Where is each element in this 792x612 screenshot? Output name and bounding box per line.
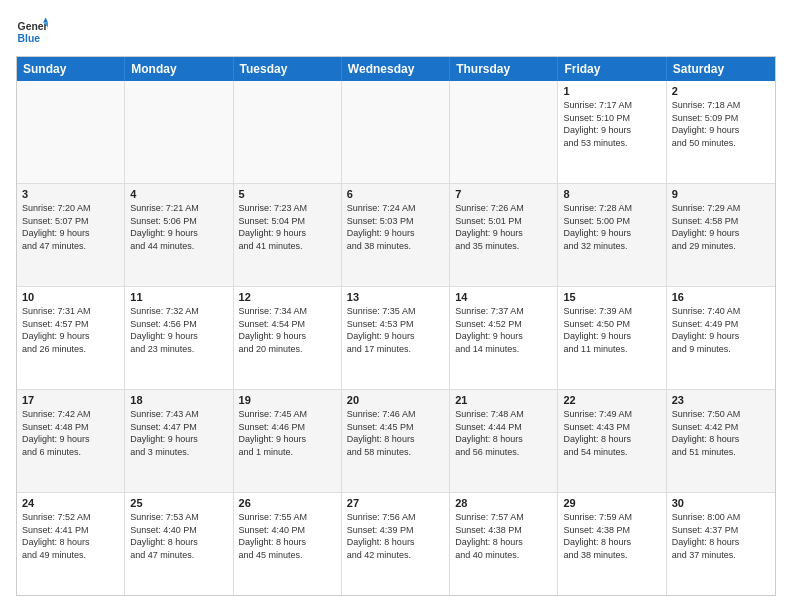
day-info: Sunrise: 7:45 AM Sunset: 4:46 PM Dayligh… — [239, 408, 336, 458]
day-info: Sunrise: 7:48 AM Sunset: 4:44 PM Dayligh… — [455, 408, 552, 458]
day-number: 5 — [239, 188, 336, 200]
day-number: 16 — [672, 291, 770, 303]
day-info: Sunrise: 7:43 AM Sunset: 4:47 PM Dayligh… — [130, 408, 227, 458]
day-info: Sunrise: 7:35 AM Sunset: 4:53 PM Dayligh… — [347, 305, 444, 355]
day-info: Sunrise: 7:24 AM Sunset: 5:03 PM Dayligh… — [347, 202, 444, 252]
header: General Blue — [16, 16, 776, 48]
day-cell-14: 14Sunrise: 7:37 AM Sunset: 4:52 PM Dayli… — [450, 287, 558, 389]
day-info: Sunrise: 7:49 AM Sunset: 4:43 PM Dayligh… — [563, 408, 660, 458]
day-number: 25 — [130, 497, 227, 509]
header-day-saturday: Saturday — [667, 57, 775, 81]
logo: General Blue — [16, 16, 48, 48]
header-day-tuesday: Tuesday — [234, 57, 342, 81]
day-cell-17: 17Sunrise: 7:42 AM Sunset: 4:48 PM Dayli… — [17, 390, 125, 492]
day-number: 19 — [239, 394, 336, 406]
day-cell-27: 27Sunrise: 7:56 AM Sunset: 4:39 PM Dayli… — [342, 493, 450, 595]
logo-icon: General Blue — [16, 16, 48, 48]
day-cell-20: 20Sunrise: 7:46 AM Sunset: 4:45 PM Dayli… — [342, 390, 450, 492]
day-number: 29 — [563, 497, 660, 509]
day-cell-5: 5Sunrise: 7:23 AM Sunset: 5:04 PM Daylig… — [234, 184, 342, 286]
calendar-row-0: 1Sunrise: 7:17 AM Sunset: 5:10 PM Daylig… — [17, 81, 775, 183]
day-number: 15 — [563, 291, 660, 303]
day-info: Sunrise: 7:26 AM Sunset: 5:01 PM Dayligh… — [455, 202, 552, 252]
header-day-sunday: Sunday — [17, 57, 125, 81]
day-number: 27 — [347, 497, 444, 509]
day-number: 4 — [130, 188, 227, 200]
day-number: 17 — [22, 394, 119, 406]
day-info: Sunrise: 7:21 AM Sunset: 5:06 PM Dayligh… — [130, 202, 227, 252]
svg-text:Blue: Blue — [18, 33, 41, 44]
day-cell-4: 4Sunrise: 7:21 AM Sunset: 5:06 PM Daylig… — [125, 184, 233, 286]
day-cell-25: 25Sunrise: 7:53 AM Sunset: 4:40 PM Dayli… — [125, 493, 233, 595]
day-cell-18: 18Sunrise: 7:43 AM Sunset: 4:47 PM Dayli… — [125, 390, 233, 492]
day-info: Sunrise: 7:39 AM Sunset: 4:50 PM Dayligh… — [563, 305, 660, 355]
day-cell-11: 11Sunrise: 7:32 AM Sunset: 4:56 PM Dayli… — [125, 287, 233, 389]
empty-cell — [125, 81, 233, 183]
day-info: Sunrise: 7:28 AM Sunset: 5:00 PM Dayligh… — [563, 202, 660, 252]
calendar-row-4: 24Sunrise: 7:52 AM Sunset: 4:41 PM Dayli… — [17, 492, 775, 595]
day-number: 3 — [22, 188, 119, 200]
day-number: 7 — [455, 188, 552, 200]
day-cell-7: 7Sunrise: 7:26 AM Sunset: 5:01 PM Daylig… — [450, 184, 558, 286]
day-info: Sunrise: 7:37 AM Sunset: 4:52 PM Dayligh… — [455, 305, 552, 355]
header-day-monday: Monday — [125, 57, 233, 81]
day-cell-3: 3Sunrise: 7:20 AM Sunset: 5:07 PM Daylig… — [17, 184, 125, 286]
calendar-row-2: 10Sunrise: 7:31 AM Sunset: 4:57 PM Dayli… — [17, 286, 775, 389]
day-number: 8 — [563, 188, 660, 200]
day-info: Sunrise: 7:18 AM Sunset: 5:09 PM Dayligh… — [672, 99, 770, 149]
day-cell-15: 15Sunrise: 7:39 AM Sunset: 4:50 PM Dayli… — [558, 287, 666, 389]
day-number: 18 — [130, 394, 227, 406]
calendar-header: SundayMondayTuesdayWednesdayThursdayFrid… — [17, 57, 775, 81]
day-info: Sunrise: 7:52 AM Sunset: 4:41 PM Dayligh… — [22, 511, 119, 561]
day-info: Sunrise: 7:29 AM Sunset: 4:58 PM Dayligh… — [672, 202, 770, 252]
day-info: Sunrise: 7:50 AM Sunset: 4:42 PM Dayligh… — [672, 408, 770, 458]
day-number: 22 — [563, 394, 660, 406]
day-cell-21: 21Sunrise: 7:48 AM Sunset: 4:44 PM Dayli… — [450, 390, 558, 492]
header-day-thursday: Thursday — [450, 57, 558, 81]
day-number: 28 — [455, 497, 552, 509]
day-number: 13 — [347, 291, 444, 303]
day-number: 21 — [455, 394, 552, 406]
day-cell-19: 19Sunrise: 7:45 AM Sunset: 4:46 PM Dayli… — [234, 390, 342, 492]
day-number: 23 — [672, 394, 770, 406]
day-cell-26: 26Sunrise: 7:55 AM Sunset: 4:40 PM Dayli… — [234, 493, 342, 595]
day-info: Sunrise: 7:23 AM Sunset: 5:04 PM Dayligh… — [239, 202, 336, 252]
day-info: Sunrise: 7:46 AM Sunset: 4:45 PM Dayligh… — [347, 408, 444, 458]
header-day-wednesday: Wednesday — [342, 57, 450, 81]
day-cell-13: 13Sunrise: 7:35 AM Sunset: 4:53 PM Dayli… — [342, 287, 450, 389]
day-number: 9 — [672, 188, 770, 200]
day-number: 26 — [239, 497, 336, 509]
empty-cell — [234, 81, 342, 183]
day-number: 6 — [347, 188, 444, 200]
calendar: SundayMondayTuesdayWednesdayThursdayFrid… — [16, 56, 776, 596]
day-info: Sunrise: 7:32 AM Sunset: 4:56 PM Dayligh… — [130, 305, 227, 355]
empty-cell — [17, 81, 125, 183]
day-cell-9: 9Sunrise: 7:29 AM Sunset: 4:58 PM Daylig… — [667, 184, 775, 286]
day-cell-1: 1Sunrise: 7:17 AM Sunset: 5:10 PM Daylig… — [558, 81, 666, 183]
day-info: Sunrise: 7:59 AM Sunset: 4:38 PM Dayligh… — [563, 511, 660, 561]
day-number: 10 — [22, 291, 119, 303]
day-cell-28: 28Sunrise: 7:57 AM Sunset: 4:38 PM Dayli… — [450, 493, 558, 595]
day-cell-30: 30Sunrise: 8:00 AM Sunset: 4:37 PM Dayli… — [667, 493, 775, 595]
day-number: 14 — [455, 291, 552, 303]
day-cell-24: 24Sunrise: 7:52 AM Sunset: 4:41 PM Dayli… — [17, 493, 125, 595]
day-number: 24 — [22, 497, 119, 509]
day-info: Sunrise: 7:55 AM Sunset: 4:40 PM Dayligh… — [239, 511, 336, 561]
day-cell-22: 22Sunrise: 7:49 AM Sunset: 4:43 PM Dayli… — [558, 390, 666, 492]
day-cell-16: 16Sunrise: 7:40 AM Sunset: 4:49 PM Dayli… — [667, 287, 775, 389]
empty-cell — [342, 81, 450, 183]
day-info: Sunrise: 7:57 AM Sunset: 4:38 PM Dayligh… — [455, 511, 552, 561]
day-info: Sunrise: 7:53 AM Sunset: 4:40 PM Dayligh… — [130, 511, 227, 561]
day-info: Sunrise: 7:17 AM Sunset: 5:10 PM Dayligh… — [563, 99, 660, 149]
header-day-friday: Friday — [558, 57, 666, 81]
day-number: 20 — [347, 394, 444, 406]
day-info: Sunrise: 7:20 AM Sunset: 5:07 PM Dayligh… — [22, 202, 119, 252]
day-cell-6: 6Sunrise: 7:24 AM Sunset: 5:03 PM Daylig… — [342, 184, 450, 286]
day-cell-23: 23Sunrise: 7:50 AM Sunset: 4:42 PM Dayli… — [667, 390, 775, 492]
day-number: 2 — [672, 85, 770, 97]
calendar-row-3: 17Sunrise: 7:42 AM Sunset: 4:48 PM Dayli… — [17, 389, 775, 492]
day-info: Sunrise: 7:34 AM Sunset: 4:54 PM Dayligh… — [239, 305, 336, 355]
day-number: 12 — [239, 291, 336, 303]
calendar-body: 1Sunrise: 7:17 AM Sunset: 5:10 PM Daylig… — [17, 81, 775, 595]
svg-marker-2 — [43, 18, 48, 23]
